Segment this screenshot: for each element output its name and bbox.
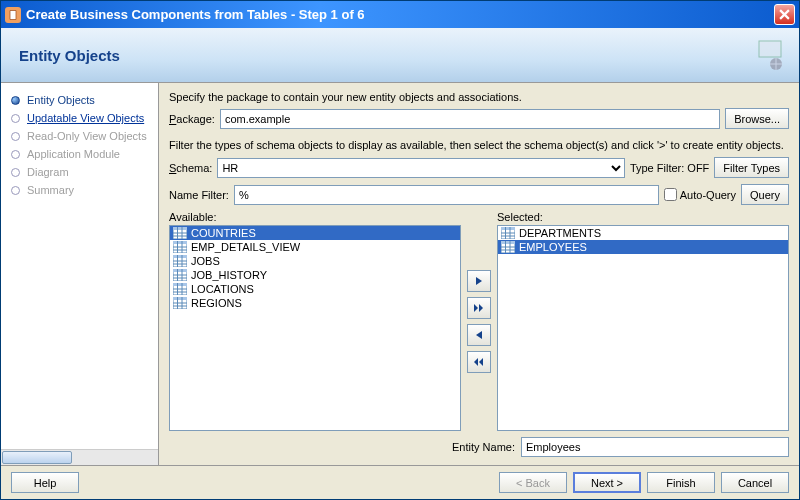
app-icon <box>5 7 21 23</box>
schema-select[interactable]: HR <box>217 158 624 178</box>
finish-button[interactable]: Finish <box>647 472 715 493</box>
step-dot-icon <box>11 186 20 195</box>
selected-list[interactable]: DEPARTMENTSEMPLOYEES <box>497 225 789 431</box>
list-item-label: COUNTRIES <box>191 227 256 239</box>
window-title: Create Business Components from Tables -… <box>26 7 774 22</box>
list-item[interactable]: JOB_HISTORY <box>170 268 460 282</box>
list-item-label: DEPARTMENTS <box>519 227 601 239</box>
query-button[interactable]: Query <box>741 184 789 205</box>
package-input[interactable] <box>220 109 720 129</box>
move-all-left-button[interactable] <box>467 351 491 373</box>
table-icon <box>173 255 187 267</box>
svg-rect-15 <box>173 255 187 258</box>
step-label: Application Module <box>27 148 120 160</box>
wizard-window: Create Business Components from Tables -… <box>0 0 800 500</box>
entity-name-label: Entity Name: <box>452 441 515 453</box>
table-icon <box>501 241 515 253</box>
svg-rect-0 <box>759 41 781 57</box>
help-button[interactable]: Help <box>11 472 79 493</box>
list-item[interactable]: EMPLOYEES <box>498 240 788 254</box>
cancel-button[interactable]: Cancel <box>721 472 789 493</box>
list-item-label: EMP_DETAILS_VIEW <box>191 241 300 253</box>
list-item-label: LOCATIONS <box>191 283 254 295</box>
step-label: Updatable View Objects <box>27 112 144 124</box>
list-item[interactable]: REGIONS <box>170 296 460 310</box>
step-dot-icon <box>11 96 20 105</box>
auto-query-checkbox[interactable]: Auto-Query <box>664 188 736 201</box>
step-label: Diagram <box>27 166 69 178</box>
selected-column: Selected: DEPARTMENTSEMPLOYEES <box>497 211 789 431</box>
step-label: Read-Only View Objects <box>27 130 147 142</box>
list-item[interactable]: JOBS <box>170 254 460 268</box>
table-icon <box>173 297 187 309</box>
type-filter-label: Type Filter: OFF <box>630 162 709 174</box>
schema-row: Schema: HR Type Filter: OFF Filter Types <box>169 157 789 178</box>
svg-rect-45 <box>501 241 515 244</box>
shuttle-buttons <box>467 211 491 431</box>
package-desc: Specify the package to contain your new … <box>169 91 789 103</box>
next-button[interactable]: Next > <box>573 472 641 493</box>
table-icon <box>173 227 187 239</box>
wizard-header: Entity Objects <box>1 28 799 83</box>
svg-rect-21 <box>173 269 187 272</box>
browse-button[interactable]: Browse... <box>725 108 789 129</box>
available-column: Available: COUNTRIESEMP_DETAILS_VIEWJOBS… <box>169 211 461 431</box>
list-item[interactable]: EMP_DETAILS_VIEW <box>170 240 460 254</box>
wizard-step-0: Entity Objects <box>1 91 158 109</box>
table-icon <box>173 269 187 281</box>
name-filter-label: Name Filter: <box>169 189 229 201</box>
table-icon <box>173 283 187 295</box>
titlebar: Create Business Components from Tables -… <box>1 1 799 28</box>
close-button[interactable] <box>774 4 795 25</box>
sidebar-scrollbar[interactable] <box>1 449 158 465</box>
name-filter-input[interactable] <box>234 185 659 205</box>
list-item-label: JOBS <box>191 255 220 267</box>
list-item[interactable]: DEPARTMENTS <box>498 226 788 240</box>
table-icon <box>173 241 187 253</box>
list-item-label: REGIONS <box>191 297 242 309</box>
step-dot-icon <box>11 150 20 159</box>
move-left-button[interactable] <box>467 324 491 346</box>
svg-rect-33 <box>173 297 187 300</box>
header-decor-icon <box>729 36 789 76</box>
step-dot-icon <box>11 132 20 141</box>
step-label: Entity Objects <box>27 94 95 106</box>
available-label: Available: <box>169 211 461 223</box>
shuttle-pane: Available: COUNTRIESEMP_DETAILS_VIEWJOBS… <box>169 211 789 431</box>
entity-name-input[interactable] <box>521 437 789 457</box>
svg-rect-9 <box>173 241 187 244</box>
list-item[interactable]: COUNTRIES <box>170 226 460 240</box>
filter-types-button[interactable]: Filter Types <box>714 157 789 178</box>
list-item[interactable]: LOCATIONS <box>170 282 460 296</box>
wizard-step-3: Application Module <box>1 145 158 163</box>
step-dot-icon <box>11 114 20 123</box>
filter-desc: Filter the types of schema objects to di… <box>169 139 789 151</box>
step-label: Summary <box>27 184 74 196</box>
name-filter-row: Name Filter: Auto-Query Query <box>169 184 789 205</box>
list-item-label: JOB_HISTORY <box>191 269 267 281</box>
step-dot-icon <box>11 168 20 177</box>
schema-label: Schema: <box>169 162 212 174</box>
selected-label: Selected: <box>497 211 789 223</box>
svg-rect-39 <box>501 227 515 230</box>
wizard-step-2: Read-Only View Objects <box>1 127 158 145</box>
package-label: Package: <box>169 113 215 125</box>
entity-name-row: Entity Name: <box>169 437 789 457</box>
wizard-step-4: Diagram <box>1 163 158 181</box>
move-all-right-button[interactable] <box>467 297 491 319</box>
available-list[interactable]: COUNTRIESEMP_DETAILS_VIEWJOBSJOB_HISTORY… <box>169 225 461 431</box>
table-icon <box>501 227 515 239</box>
wizard-main: Specify the package to contain your new … <box>159 83 799 465</box>
svg-rect-27 <box>173 283 187 286</box>
page-title: Entity Objects <box>19 47 120 64</box>
list-item-label: EMPLOYEES <box>519 241 587 253</box>
wizard-steps-sidebar: Entity ObjectsUpdatable View ObjectsRead… <box>1 83 159 465</box>
wizard-step-1[interactable]: Updatable View Objects <box>1 109 158 127</box>
svg-rect-3 <box>173 227 187 230</box>
wizard-footer: Help < Back Next > Finish Cancel <box>1 465 799 499</box>
move-right-button[interactable] <box>467 270 491 292</box>
package-row: Package: Browse... <box>169 108 789 129</box>
wizard-body: Entity ObjectsUpdatable View ObjectsRead… <box>1 83 799 465</box>
back-button[interactable]: < Back <box>499 472 567 493</box>
wizard-step-5: Summary <box>1 181 158 199</box>
